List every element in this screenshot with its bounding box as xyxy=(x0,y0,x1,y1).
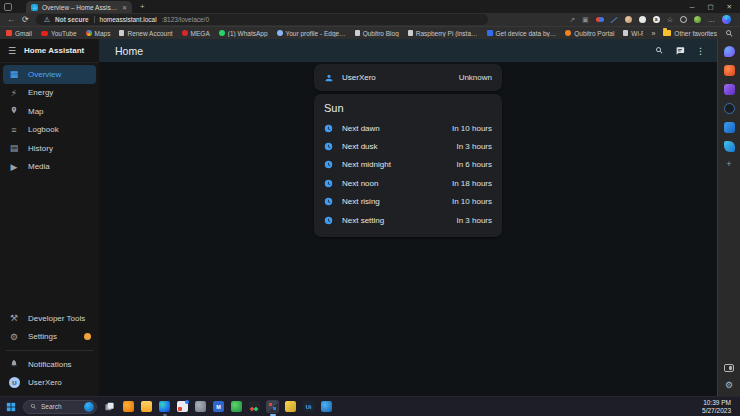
sidebar-toggle-icon[interactable] xyxy=(724,364,734,372)
shopping-sidebar-icon[interactable] xyxy=(724,65,735,76)
uipath-app-icon[interactable]: Ui xyxy=(302,400,315,413)
extension-tan-icon[interactable] xyxy=(625,16,632,23)
page-icon xyxy=(623,30,628,36)
browser-tab[interactable]: ⌂ Overview – Home Assistant ✕ xyxy=(26,1,132,13)
file-explorer-icon[interactable] xyxy=(140,400,153,413)
map-pin-icon xyxy=(8,106,20,116)
orange-swirl-app-icon[interactable] xyxy=(122,400,135,413)
entity-row-next-rising[interactable]: Next rising In 10 hours xyxy=(324,193,492,211)
bookmark-qubitro-portal[interactable]: Qubitro Portal xyxy=(565,30,614,37)
taskbar-search[interactable]: Search xyxy=(23,400,97,414)
taskbar-clock[interactable]: 10:39 PM 5/27/2023 xyxy=(702,399,734,414)
favorites-search-icon[interactable] xyxy=(725,29,734,38)
bookmark-renew-account[interactable]: Renew Account xyxy=(119,30,172,37)
window-controls: ─ ▢ ✕ xyxy=(690,0,740,13)
bookmark-device-data[interactable]: Get device data by… xyxy=(487,30,557,37)
share-icon[interactable]: ↗ xyxy=(569,14,575,26)
sidebar-item-logbook[interactable]: ≡ Logbook xyxy=(3,121,96,140)
ha-dashboard: UserXero Unknown Sun Next dawn In 10 hou… xyxy=(99,62,717,396)
gear-icon: ⚙ xyxy=(8,332,20,342)
copilot-icon[interactable] xyxy=(722,15,731,24)
other-favorites-folder[interactable]: Other favorites xyxy=(663,30,717,37)
sidebar-item-user[interactable]: U UserXero xyxy=(3,374,96,393)
add-sidebar-app-icon[interactable]: + xyxy=(726,160,731,169)
cookie-icon[interactable] xyxy=(680,16,687,23)
entity-row-next-noon[interactable]: Next noon In 18 hours xyxy=(324,174,492,192)
bookmark-profile[interactable]: Your profile - Edge… xyxy=(277,30,346,37)
settings-app-icon[interactable] xyxy=(194,400,207,413)
dashboard-icon: ▦ xyxy=(8,69,20,79)
sidebar-item-media[interactable]: ▶ Media xyxy=(3,158,96,177)
clock-icon xyxy=(324,216,333,225)
sidebar-item-developer-tools[interactable]: ⚒ Developer Tools xyxy=(3,309,96,328)
person-entity-card[interactable]: UserXero Unknown xyxy=(314,64,502,91)
page-icon xyxy=(355,30,360,36)
divider xyxy=(94,16,95,23)
sidebar-item-notifications[interactable]: Notifications xyxy=(3,355,96,374)
overflow-menu-icon[interactable]: ⋮ xyxy=(696,46,705,56)
sidebar-item-overview[interactable]: ▦ Overview xyxy=(3,65,96,84)
sidebar-item-energy[interactable]: ⚡ Energy xyxy=(3,84,96,103)
games-sidebar-icon[interactable] xyxy=(724,141,735,152)
bookmark-youtube[interactable]: YouTube xyxy=(41,30,77,37)
extension-a-icon[interactable]: a xyxy=(653,16,660,23)
url-host[interactable]: homeassistant.local xyxy=(100,16,157,23)
photos-app-icon[interactable] xyxy=(176,400,189,413)
refresh-icon[interactable]: ⟳ xyxy=(22,15,29,24)
start-button-icon[interactable] xyxy=(6,402,16,412)
terminal-app-icon[interactable] xyxy=(248,400,261,413)
bookmark-gmail[interactable]: Gmail xyxy=(6,30,32,37)
bookmark-raspberry-pi[interactable]: Raspberry Pi (insta… xyxy=(408,30,478,37)
task-view-icon[interactable] xyxy=(104,401,115,412)
bookmark-qubitro-blog[interactable]: Qubitro Blog xyxy=(355,30,399,37)
sidebar-item-map[interactable]: Map xyxy=(3,102,96,121)
microsoft-365-icon[interactable] xyxy=(724,84,735,95)
lightning-icon: ⚡ xyxy=(8,88,20,98)
outlook-sidebar-icon[interactable] xyxy=(724,103,735,114)
m-app-icon[interactable]: M xyxy=(212,400,225,413)
bookmark-whatsapp[interactable]: (1) WhatsApp xyxy=(219,30,268,37)
entity-row-next-setting[interactable]: Next setting In 3 hours xyxy=(324,211,492,229)
page-icon xyxy=(408,30,413,36)
app-title: Home Assistant xyxy=(24,46,84,55)
url-path[interactable]: :8123/lovelace/0 xyxy=(162,16,209,23)
back-icon[interactable]: ← xyxy=(7,15,15,24)
menu-icon[interactable]: ☰ xyxy=(8,46,16,56)
copilot-sidebar-icon[interactable] xyxy=(724,46,735,57)
sidebar-settings-icon[interactable]: ⚙ xyxy=(725,380,733,390)
edge-rail-bottom: ⚙ xyxy=(724,364,734,390)
entity-row-next-dusk[interactable]: Next dusk In 3 hours xyxy=(324,137,492,155)
qubitro-icon xyxy=(565,30,571,36)
sidebar-item-settings[interactable]: ⚙ Settings xyxy=(3,328,96,347)
entity-row-next-midnight[interactable]: Next midnight In 6 hours xyxy=(324,156,492,174)
bookmark-maps[interactable]: Maps xyxy=(86,30,111,37)
close-icon[interactable]: ✕ xyxy=(727,0,732,13)
remote-desktop-app-icon[interactable] xyxy=(266,400,279,413)
bookmark-wifi-mesh[interactable]: Wi-Fi Mesh Networ… xyxy=(623,30,643,37)
security-label[interactable]: Not secure xyxy=(55,16,89,23)
designer-sidebar-icon[interactable] xyxy=(724,122,735,133)
green-circle-app-icon[interactable] xyxy=(230,400,243,413)
favorites-star-icon[interactable]: ☆ xyxy=(667,14,673,26)
tab-close-icon[interactable]: ✕ xyxy=(122,4,127,11)
tab-actions-icon[interactable] xyxy=(4,3,12,11)
pen-extension-icon[interactable]: ／ xyxy=(610,14,618,25)
bookmark-mega[interactable]: MEGA xyxy=(182,30,210,37)
entity-row-next-dawn[interactable]: Next dawn In 10 hours xyxy=(324,119,492,137)
search-icon[interactable] xyxy=(655,46,664,55)
assist-icon[interactable] xyxy=(675,46,685,56)
maximize-icon[interactable]: ▢ xyxy=(707,0,713,13)
toolbar-menu-icon[interactable]: … xyxy=(708,14,715,26)
edge-browser-icon[interactable] xyxy=(158,400,171,413)
new-tab-icon[interactable]: + xyxy=(140,2,145,11)
blue-circle-app-icon[interactable] xyxy=(320,400,333,413)
puzzle-app-icon[interactable] xyxy=(284,400,297,413)
split-screen-icon[interactable]: ▣ xyxy=(582,14,589,26)
extension-white-icon[interactable] xyxy=(639,16,646,23)
bookmarks-overflow-icon[interactable]: » xyxy=(651,30,655,37)
address-bar[interactable]: ⚠ Not secure homeassistant.local :8123/l… xyxy=(36,14,488,25)
sidebar-item-history[interactable]: ▤ History xyxy=(3,139,96,158)
minimize-icon[interactable]: ─ xyxy=(690,0,695,13)
extension-green-icon[interactable] xyxy=(694,16,701,23)
extension-icon[interactable] xyxy=(596,16,604,23)
